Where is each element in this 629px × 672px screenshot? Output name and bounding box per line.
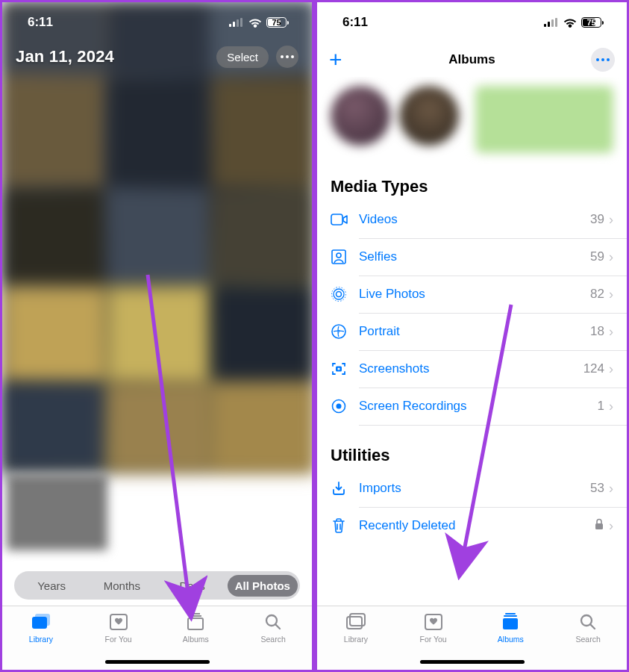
tab-label: Library: [344, 635, 368, 644]
bottom-thumbnail: [7, 474, 107, 550]
svg-rect-23: [331, 214, 342, 225]
search-icon: [577, 612, 599, 632]
tab-foryou[interactable]: For You: [395, 612, 472, 644]
select-button[interactable]: Select: [216, 46, 269, 68]
status-time: 6:11: [28, 15, 53, 30]
selfie-icon: [331, 249, 353, 265]
svg-point-32: [337, 367, 339, 370]
status-time: 6:11: [342, 15, 368, 30]
trash-icon: [331, 517, 353, 534]
seg-months[interactable]: Months: [87, 575, 157, 597]
svg-rect-17: [548, 22, 550, 27]
library-header: Jan 11, 2024 Select: [16, 46, 298, 68]
record-icon: [331, 398, 353, 414]
screenshot-icon: [331, 361, 353, 377]
tab-label: For You: [420, 635, 447, 644]
nav-title: Albums: [317, 52, 627, 67]
svg-rect-18: [551, 19, 554, 27]
svg-rect-1: [233, 22, 235, 27]
home-indicator[interactable]: [105, 660, 210, 664]
cellular-icon: [544, 18, 559, 27]
live-photos-icon: [331, 286, 353, 302]
library-date: Jan 11, 2024: [16, 47, 114, 66]
chevron-right-icon: ›: [609, 249, 613, 265]
tab-label: Albums: [498, 635, 524, 644]
tab-search[interactable]: Search: [549, 612, 627, 644]
portrait-icon: f: [331, 323, 353, 340]
status-bar: 6:11 75: [2, 2, 312, 43]
tab-label: Library: [29, 635, 53, 644]
svg-rect-8: [35, 614, 50, 626]
svg-rect-39: [503, 618, 518, 629]
tab-label: For You: [105, 635, 132, 644]
tab-library[interactable]: Library: [2, 612, 80, 644]
tab-foryou[interactable]: For You: [80, 612, 157, 644]
chevron-right-icon: ›: [609, 212, 613, 228]
battery-indicator: 75: [581, 17, 601, 28]
svg-rect-16: [544, 24, 546, 27]
phone-albums: 6:11 75 + Albums: [317, 2, 627, 670]
tab-label: Albums: [183, 635, 209, 644]
svg-point-21: [601, 58, 604, 61]
tab-albums[interactable]: Albums: [472, 612, 550, 644]
chevron-right-icon: ›: [609, 518, 613, 534]
home-indicator[interactable]: [420, 660, 525, 664]
albums-scroll[interactable]: Media Types Videos 39 › Selfies 59 › Liv…: [317, 77, 627, 606]
albums-icon: [184, 612, 207, 632]
nav-more-button[interactable]: [591, 48, 615, 72]
chevron-right-icon: ›: [609, 399, 613, 414]
svg-rect-0: [229, 24, 231, 27]
tab-search[interactable]: Search: [234, 612, 312, 644]
svg-point-25: [337, 253, 341, 258]
svg-point-27: [334, 289, 344, 299]
section-media-types: Media Types: [317, 168, 627, 201]
albums-icon: [499, 612, 522, 632]
row-live-photos[interactable]: Live Photos 82 ›: [317, 276, 627, 313]
tab-label: Search: [575, 635, 600, 644]
time-segmented-control[interactable]: Years Months Days All Photos: [14, 571, 300, 600]
chevron-right-icon: ›: [609, 481, 613, 497]
nav-bar: + Albums: [317, 43, 627, 77]
search-icon: [262, 612, 284, 632]
row-portrait[interactable]: f Portrait 18 ›: [317, 313, 627, 350]
battery-indicator: 75: [266, 17, 287, 28]
svg-text:f: f: [338, 329, 340, 335]
library-grid-bg: [2, 2, 312, 473]
svg-point-26: [337, 292, 342, 297]
more-button[interactable]: [276, 46, 298, 68]
row-imports[interactable]: Imports 53 ›: [317, 470, 627, 507]
svg-point-20: [596, 58, 599, 61]
svg-rect-3: [240, 18, 242, 27]
chevron-right-icon: ›: [609, 361, 613, 377]
chevron-right-icon: ›: [609, 287, 613, 302]
svg-point-34: [337, 404, 342, 409]
svg-rect-35: [595, 523, 603, 529]
library-icon: [30, 612, 52, 632]
library-icon: [345, 612, 367, 632]
row-recently-deleted[interactable]: Recently Deleted ›: [317, 507, 627, 544]
tab-albums[interactable]: Albums: [157, 612, 235, 644]
row-screenshots[interactable]: Screenshots 124 ›: [317, 350, 627, 388]
svg-point-5: [286, 55, 289, 58]
seg-years[interactable]: Years: [16, 575, 87, 597]
tab-library[interactable]: Library: [317, 612, 395, 644]
row-screen-recordings[interactable]: Screen Recordings 1 ›: [317, 388, 627, 425]
row-videos[interactable]: Videos 39 ›: [317, 201, 627, 238]
svg-line-14: [276, 625, 281, 629]
foryou-icon: [422, 612, 445, 632]
seg-all-photos[interactable]: All Photos: [228, 575, 298, 597]
people-albums-row: [317, 77, 627, 168]
chevron-right-icon: ›: [609, 324, 613, 340]
lock-icon: [594, 518, 604, 533]
tab-label: Search: [260, 635, 285, 644]
video-icon: [331, 213, 353, 226]
svg-point-22: [607, 58, 610, 61]
seg-days[interactable]: Days: [157, 575, 228, 597]
row-selfies[interactable]: Selfies 59 ›: [317, 238, 627, 276]
import-icon: [331, 480, 353, 497]
svg-rect-24: [332, 250, 345, 264]
wifi-icon: [563, 18, 577, 28]
wifi-icon: [248, 18, 262, 28]
svg-rect-2: [237, 19, 239, 27]
cellular-icon: [229, 18, 244, 27]
